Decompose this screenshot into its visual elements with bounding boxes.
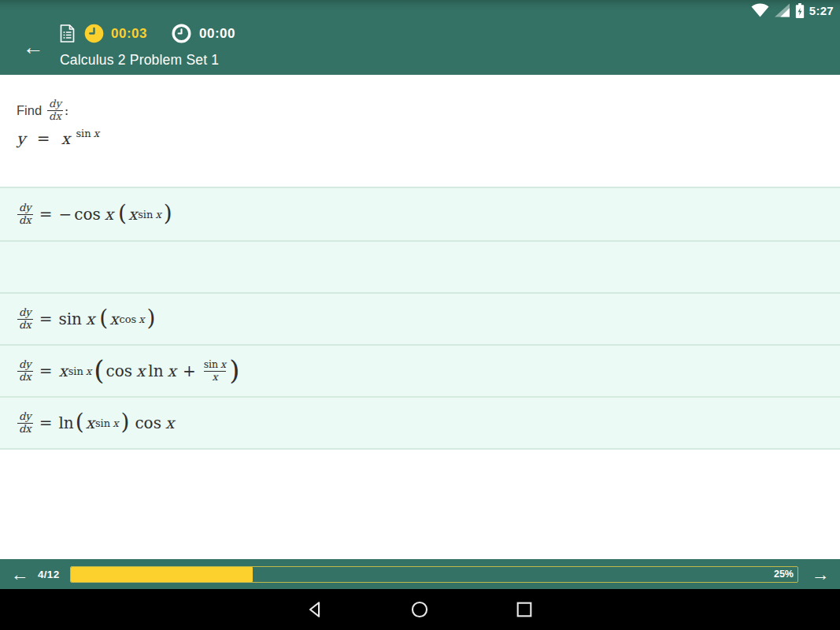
back-button[interactable]: ←	[20, 35, 46, 60]
dy-dx-fraction: dydx	[17, 411, 33, 435]
question-timer-value: 00:00	[199, 26, 235, 42]
sinx-over-x-fraction: sinx x	[204, 359, 227, 383]
back-arrow-icon: ←	[23, 37, 44, 58]
signal-icon	[774, 3, 790, 17]
progress-percentage: 25%	[774, 569, 794, 580]
answer-option-1[interactable]: dydx = − cos x ( x sinx )	[0, 188, 840, 240]
progress-fill	[71, 567, 253, 582]
colon: :	[65, 103, 69, 118]
quiz-timer-icon	[83, 23, 105, 44]
answer-equation-3: dydx = sin x ( x cosx )	[17, 307, 157, 332]
wifi-icon	[751, 3, 769, 17]
nav-home-button[interactable]	[409, 599, 430, 620]
answer-list: dydx = − cos x ( x sinx ) dydx	[0, 187, 840, 450]
nav-back-icon	[305, 600, 324, 619]
question-expression: y = x sinx	[17, 128, 840, 148]
answer-option-4[interactable]: dydx = x sinx ( cos x ln x + sinx x )	[0, 344, 840, 396]
next-question-button[interactable]: →	[809, 565, 831, 584]
question-content: Find dy dx : y = x sinx dydx	[0, 75, 840, 559]
answer-option-2[interactable]	[0, 240, 840, 292]
nav-back-button[interactable]	[305, 599, 325, 620]
progress-bar: 25%	[70, 566, 798, 583]
status-bar: 5:27	[751, 0, 840, 20]
answer-equation-4: dydx = x sinx ( cos x ln x + sinx x )	[17, 358, 241, 384]
dy-dx-fraction: dydx	[17, 202, 33, 227]
question-label: Find	[17, 103, 42, 118]
question-prompt: Find dy dx :	[17, 98, 840, 123]
previous-question-button[interactable]: ←	[9, 565, 31, 584]
dy-dx-fraction: dydx	[17, 359, 33, 384]
nav-home-icon	[410, 600, 429, 619]
answer-equation-5: dydx = ln ( x sinx ) cos x	[17, 411, 174, 435]
nav-recents-button[interactable]	[514, 599, 535, 620]
nav-recents-icon	[515, 600, 534, 619]
answer-option-3[interactable]: dydx = sin x ( x cosx )	[0, 292, 840, 344]
app-screen: 5:27 ← 00:03	[0, 0, 840, 630]
answer-equation-1: dydx = − cos x ( x sinx )	[17, 202, 174, 227]
status-clock: 5:27	[809, 4, 834, 17]
question-timer-icon	[171, 23, 192, 44]
dy-dx-fraction: dy dx	[47, 98, 63, 123]
right-arrow-icon: →	[812, 564, 830, 584]
document-icon	[60, 24, 75, 43]
android-nav-bar	[0, 589, 840, 630]
dy-dx-fraction: dydx	[17, 307, 33, 332]
question-counter: 4/12	[38, 569, 59, 580]
left-arrow-icon: ←	[11, 564, 29, 584]
appbar-timers: 00:03 00:00	[60, 23, 235, 44]
answer-option-5[interactable]: dydx = ln ( x sinx ) cos x	[0, 396, 840, 448]
battery-charging-icon	[795, 3, 805, 18]
quiz-timer-value: 00:03	[111, 26, 147, 42]
progress-footer: ← 4/12 25% →	[0, 559, 840, 589]
question-block: Find dy dx : y = x sinx	[0, 75, 840, 187]
page-title: Calculus 2 Problem Set 1	[60, 52, 219, 69]
header: 5:27 ← 00:03	[0, 0, 840, 75]
